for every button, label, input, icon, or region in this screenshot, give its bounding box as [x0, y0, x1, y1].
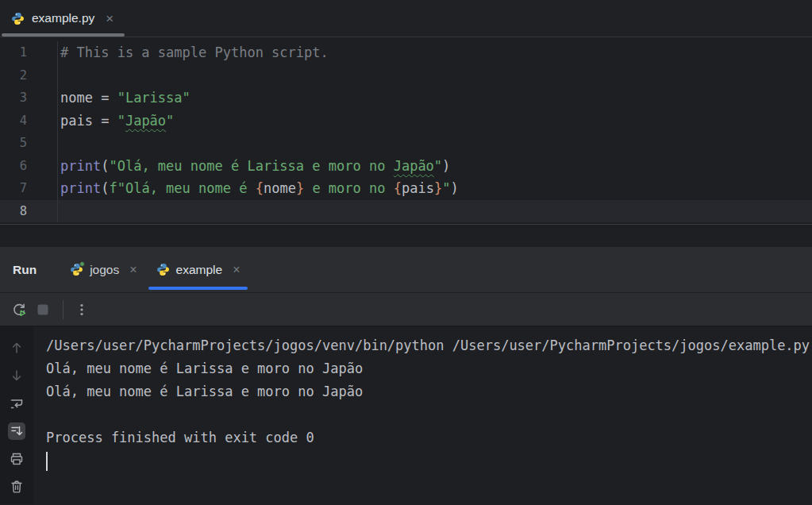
rerun-button[interactable]	[7, 298, 31, 322]
editor-tab-label: example.py	[32, 11, 94, 25]
python-icon	[156, 263, 170, 276]
line-number[interactable]: 4	[0, 110, 58, 133]
line-number[interactable]: 3	[0, 87, 58, 110]
run-tab-label: example	[176, 263, 223, 277]
down-arrow-icon	[9, 368, 25, 384]
line-number[interactable]: 2	[0, 64, 58, 87]
run-panel-title: Run	[13, 263, 37, 277]
more-options-button[interactable]	[70, 298, 94, 322]
console-caret-line	[46, 449, 812, 472]
print-icon	[9, 451, 25, 467]
console-gutter	[0, 327, 33, 504]
text-caret	[46, 452, 48, 471]
code-line-4[interactable]: 4pais = "Japão"	[0, 110, 812, 133]
run-tool-window-header: Run jogos × example ×	[0, 247, 812, 293]
console-line: /Users/user/PycharmProjects/jogos/venv/b…	[46, 334, 812, 357]
code-text: print(f"Olá, meu nome é {nome} e moro no…	[58, 177, 459, 200]
soft-wrap-button[interactable]	[8, 395, 25, 412]
code-text: print("Olá, meu nome é Larissa e moro no…	[58, 155, 450, 178]
clear-all-icon	[9, 479, 25, 495]
close-tab-icon[interactable]: ×	[129, 263, 137, 277]
active-tab-underline	[2, 33, 125, 37]
clear-all-button[interactable]	[8, 478, 25, 495]
code-line-8[interactable]: 8	[0, 200, 812, 223]
editor-panel-splitter[interactable]	[0, 224, 812, 247]
python-icon	[70, 263, 83, 276]
up-arrow-icon	[9, 340, 25, 356]
scroll-to-end-button[interactable]	[8, 422, 25, 440]
console-line	[46, 403, 812, 426]
line-number[interactable]: 8	[0, 200, 58, 223]
code-line-7[interactable]: 7print(f"Olá, meu nome é {nome} e moro n…	[0, 177, 812, 200]
line-number[interactable]: 5	[0, 132, 58, 155]
run-tab-label: jogos	[90, 263, 119, 277]
close-tab-icon[interactable]: ×	[233, 263, 240, 277]
down-arrow-button[interactable]	[8, 367, 25, 384]
stop-icon	[35, 302, 51, 318]
console-line: Olá, meu nome é Larissa e moro no Japão	[46, 380, 812, 403]
line-number[interactable]: 7	[0, 177, 58, 200]
run-tab-jogos[interactable]: jogos ×	[60, 247, 146, 292]
stop-button[interactable]	[31, 298, 55, 322]
code-line-2[interactable]: 2	[0, 64, 812, 87]
editor-tab-example-py[interactable]: example.py ×	[0, 0, 126, 37]
soft-wrap-icon	[9, 395, 25, 411]
code-text	[58, 200, 60, 223]
running-indicator-dot	[79, 261, 85, 267]
code-lines-container: 1# This is a sample Python script.23nome…	[0, 41, 812, 222]
scroll-to-end-icon	[9, 423, 25, 439]
print-button[interactable]	[8, 450, 25, 468]
code-line-3[interactable]: 3nome = "Larissa"	[0, 87, 812, 110]
line-number[interactable]: 1	[0, 41, 58, 64]
code-line-5[interactable]: 5	[0, 132, 812, 155]
code-text: # This is a sample Python script.	[58, 41, 329, 64]
rerun-icon	[11, 302, 27, 318]
code-text: pais = "Japão"	[58, 110, 174, 133]
run-tab-example[interactable]: example ×	[147, 247, 250, 292]
console-line: Olá, meu nome é Larissa e moro no Japão	[46, 357, 812, 380]
console-output[interactable]: /Users/user/PycharmProjects/jogos/venv/b…	[33, 327, 812, 504]
python-icon	[11, 12, 25, 25]
code-text	[58, 132, 60, 155]
code-text	[58, 64, 60, 87]
console-lines-container: /Users/user/PycharmProjects/jogos/venv/b…	[46, 334, 812, 449]
code-editor[interactable]: 1# This is a sample Python script.23nome…	[0, 37, 812, 224]
line-number[interactable]: 6	[0, 155, 58, 178]
run-toolbar	[0, 293, 812, 327]
close-tab-icon[interactable]: ×	[106, 12, 114, 25]
up-arrow-button[interactable]	[8, 339, 25, 357]
code-text: nome = "Larissa"	[58, 87, 190, 110]
code-line-1[interactable]: 1# This is a sample Python script.	[0, 41, 812, 64]
more-options-icon	[74, 302, 90, 318]
console-area: /Users/user/PycharmProjects/jogos/venv/b…	[0, 327, 812, 504]
code-line-6[interactable]: 6print("Olá, meu nome é Larissa e moro n…	[0, 155, 812, 178]
console-line: Process finished with exit code 0	[46, 426, 812, 449]
selected-tab-underline	[148, 287, 248, 290]
editor-tab-bar: example.py ×	[0, 0, 812, 37]
toolbar-separator	[63, 300, 63, 319]
